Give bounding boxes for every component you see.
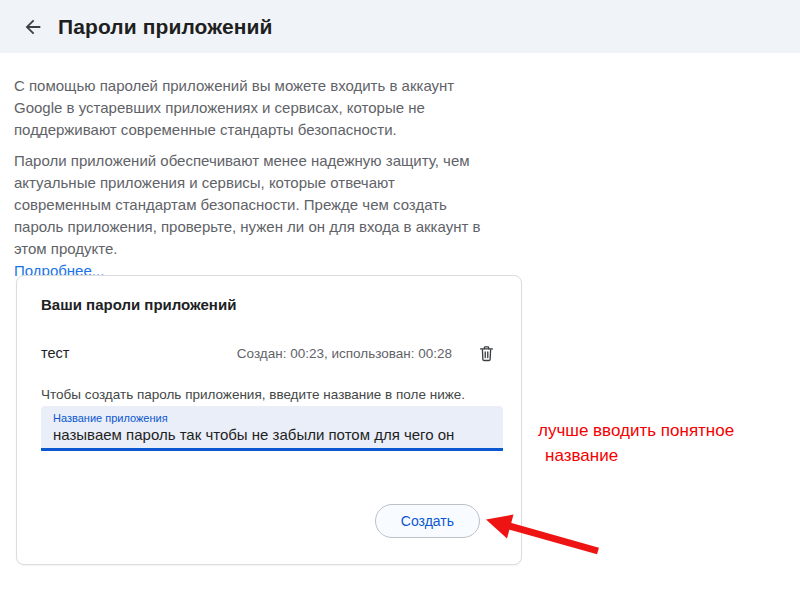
app-passwords-card: Ваши пароли приложений тест Создан: 00:2… bbox=[16, 275, 522, 565]
create-button[interactable]: Создать bbox=[375, 504, 480, 538]
app-name-field-label: Название приложения bbox=[53, 412, 491, 424]
app-passwords-page: Пароли приложений С помощью паролей прил… bbox=[0, 0, 800, 590]
password-row: тест Создан: 00:23, использован: 00:28 bbox=[41, 343, 497, 363]
annotation-line-1: лучше вводить понятное bbox=[538, 418, 734, 443]
password-meta: Создан: 00:23, использован: 00:28 bbox=[237, 346, 452, 361]
page-title: Пароли приложений bbox=[58, 15, 273, 39]
trash-icon bbox=[477, 344, 496, 363]
intro-paragraph-1: С помощью паролей приложений вы можете в… bbox=[14, 75, 482, 141]
helper-text: Чтобы создать пароль приложения, введите… bbox=[41, 387, 497, 402]
intro-text: С помощью паролей приложений вы можете в… bbox=[14, 75, 482, 282]
annotation-note: лучше вводить понятное название bbox=[538, 418, 734, 468]
intro-paragraph-2: Пароли приложений обеспечивают менее над… bbox=[14, 150, 482, 260]
delete-password-button[interactable] bbox=[475, 342, 497, 364]
back-button[interactable] bbox=[16, 10, 50, 44]
card-title: Ваши пароли приложений bbox=[41, 296, 497, 313]
annotation-line-2: название bbox=[538, 443, 734, 468]
app-name-field[interactable]: Название приложения bbox=[41, 406, 503, 451]
button-row: Создать bbox=[41, 504, 497, 538]
page-header: Пароли приложений bbox=[0, 0, 800, 53]
app-name-input[interactable] bbox=[53, 424, 491, 443]
back-arrow-icon bbox=[22, 16, 44, 38]
red-arrow-icon bbox=[480, 512, 620, 562]
password-name: тест bbox=[41, 345, 237, 361]
